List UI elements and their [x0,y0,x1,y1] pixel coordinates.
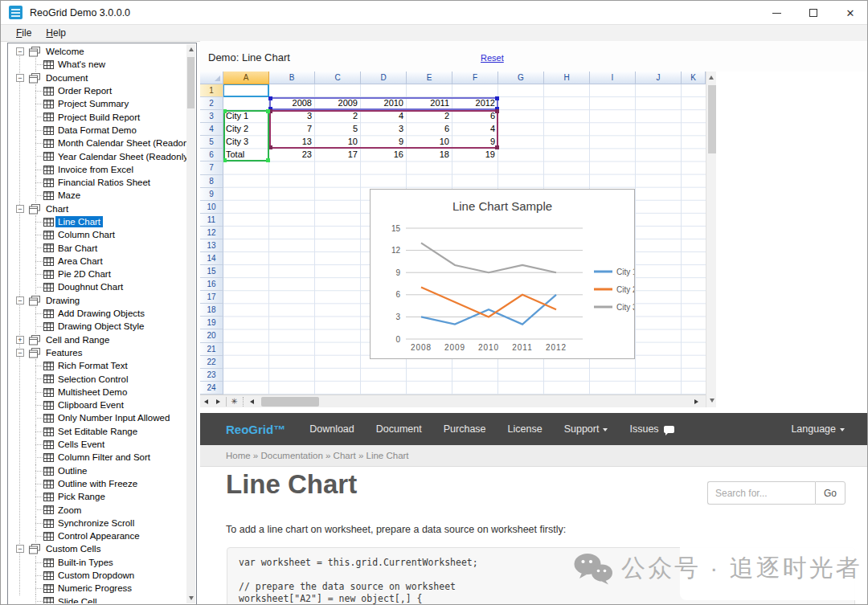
selection-handle[interactable] [266,158,270,162]
row-header-1[interactable]: 1 [200,84,223,97]
collapse-icon[interactable]: − [16,74,24,82]
prev-sheet-button[interactable] [200,395,212,408]
row-header-16[interactable]: 16 [200,278,223,291]
tree-item-only-number-input-allowed[interactable]: Only Number Input Allowed [9,411,186,424]
tree-item-built-in-types[interactable]: Built-in Types [9,556,186,569]
nav-purchase[interactable]: Purchase [444,423,486,435]
breadcrumb[interactable]: Home » Documentation » Chart » Line Char… [200,445,868,467]
tree-item-add-drawing-objects[interactable]: Add Drawing Objects [9,307,186,320]
nav-document[interactable]: Document [376,423,422,435]
column-header-g[interactable]: G [498,72,544,84]
row-header-24[interactable]: 24 [200,382,223,394]
tree-item-order-report[interactable]: Order Report [9,84,186,97]
active-cell-a1[interactable] [223,84,269,97]
tree-item-features[interactable]: −Features [9,346,186,359]
tree-item-invoice-from-excel[interactable]: Invoice from Excel [9,163,186,176]
tree-item-selection-control[interactable]: Selection Control [9,372,186,385]
column-header-b[interactable]: B [269,72,315,84]
selection-handle[interactable] [495,96,499,100]
row-header-15[interactable]: 15 [200,265,223,278]
tree-item-cell-and-range[interactable]: +Cell and Range [9,333,186,346]
tree-item-custom-dropdown[interactable]: Custom Dropdown [9,569,186,582]
expand-icon[interactable]: + [16,336,24,344]
tree-item-what-s-new[interactable]: What's new [9,58,186,71]
search-go-button[interactable]: Go [815,481,845,505]
row-header-10[interactable]: 10 [200,201,223,214]
tree-item-year-calendar-sheet-readonly[interactable]: Year Calendar Sheet (Readonly) [9,149,186,162]
column-header-e[interactable]: E [407,72,452,84]
selection-handle[interactable] [223,158,227,162]
grid-vscroll-thumb[interactable] [708,85,716,153]
tree-item-project-build-report[interactable]: Project Build Report [9,110,186,123]
tree-item-month-calendar-sheet-readonly[interactable]: Month Calendar Sheet (Readonly) [9,137,186,149]
menu-file[interactable]: File [9,26,39,40]
selection-handle[interactable] [268,96,272,100]
tree-scrollbar-thumb[interactable] [187,57,194,108]
collapse-icon[interactable]: − [16,296,24,305]
cell-b6[interactable]: 23 [269,149,315,161]
row-header-6[interactable]: 6 [200,149,223,161]
tree-item-pie-2d-chart[interactable]: Pie 2D Chart [9,268,186,280]
row-header-19[interactable]: 19 [200,317,223,329]
column-header-c[interactable]: C [315,72,361,84]
tree-item-multisheet-demo[interactable]: Multisheet Demo [9,386,186,399]
row-header-2[interactable]: 2 [200,97,223,110]
row-header-18[interactable]: 18 [200,304,223,317]
tree-item-custom-cells[interactable]: −Custom Cells [9,542,186,555]
selection-handle[interactable] [495,145,499,149]
tree-item-drawing-object-style[interactable]: Drawing Object Style [9,320,186,333]
tree-item-financial-ratios-sheet[interactable]: Financial Ratios Sheet [9,176,186,189]
row-header-4[interactable]: 4 [200,123,223,136]
cell-c6[interactable]: 17 [315,149,361,161]
next-sheet-button[interactable] [212,395,224,408]
selection-range-b2-f2[interactable] [269,97,498,110]
tree-item-cells-event[interactable]: Cells Event [9,438,186,451]
grid-vertical-scrollbar[interactable] [706,72,716,407]
row-header-23[interactable]: 23 [200,369,223,382]
column-header-h[interactable]: H [544,72,590,84]
maximize-button[interactable] [795,1,832,25]
nav-language[interactable]: Language [791,413,845,445]
tab-scroll-right-button[interactable] [690,395,702,408]
tree-item-drawing[interactable]: −Drawing [9,294,186,307]
row-header-7[interactable]: 7 [200,161,223,174]
tree-item-zoom[interactable]: Zoom [9,503,186,516]
row-header-11[interactable]: 11 [200,214,223,227]
scroll-up-icon[interactable] [709,76,714,80]
row-header-9[interactable]: 9 [200,188,223,201]
column-header-d[interactable]: D [361,72,407,84]
row-header-14[interactable]: 14 [200,252,223,265]
column-header-i[interactable]: I [590,72,636,84]
row-header-20[interactable]: 20 [200,329,223,342]
line-chart-object[interactable]: Line Chart Sample03691215200820092010201… [370,189,635,359]
site-brand[interactable]: ReoGrid™ [226,423,285,436]
menu-help[interactable]: Help [39,26,73,40]
tree-item-column-filter-and-sort[interactable]: Column Filter and Sort [9,451,186,464]
collapse-icon[interactable]: − [16,349,24,357]
selection-handle[interactable] [495,109,499,113]
tree-item-bar-chart[interactable]: Bar Chart [9,241,186,254]
close-button[interactable]: ✕ [832,1,868,25]
tree-item-clipboard-event[interactable]: Clipboard Event [9,399,186,411]
tree-item-outline[interactable]: Outline [9,464,186,477]
sheet-tab[interactable] [261,397,319,407]
tree-item-pick-range[interactable]: Pick Range [9,490,186,503]
tree-scrollbar[interactable] [186,44,195,603]
add-sheet-button[interactable]: ✳ [228,395,240,408]
row-header-3[interactable]: 3 [200,110,223,123]
tree-item-data-format-demo[interactable]: Data Format Demo [9,124,186,137]
tree-item-outline-with-freeze[interactable]: Outline with Freeze [9,477,186,490]
nav-issues[interactable]: Issues [629,423,674,435]
tree-item-line-chart[interactable]: Line Chart [9,215,186,228]
tree-item-control-appearance[interactable]: Control Appearance [9,529,186,542]
grid-select-all-corner[interactable] [200,72,223,84]
collapse-icon[interactable]: − [16,545,24,553]
row-header-21[interactable]: 21 [200,343,223,356]
column-header-j[interactable]: J [636,72,682,84]
cell-f6[interactable]: 19 [452,149,498,161]
selection-handle[interactable] [266,109,270,113]
row-header-8[interactable]: 8 [200,175,223,188]
column-header-f[interactable]: F [452,72,498,84]
nav-download[interactable]: Download [309,423,354,435]
nav-license[interactable]: License [508,423,542,435]
